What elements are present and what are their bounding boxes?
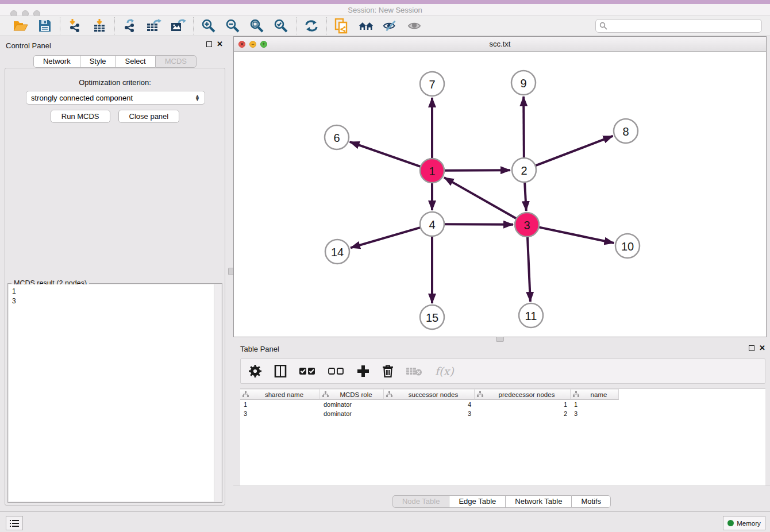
list-icon [10,519,19,527]
memory-button[interactable]: Memory [723,516,765,530]
column-header-successor-nodes[interactable]: successor nodes [384,389,475,400]
network-graph-canvas[interactable]: 7968124314101511 [234,52,766,337]
edge-4-3[interactable] [444,224,513,225]
cell-successor-nodes[interactable]: 3 [384,409,475,418]
first-neighbors-icon[interactable] [358,18,374,34]
tab-network[interactable]: Network [33,55,80,68]
hide-selected-icon[interactable] [382,18,398,34]
import-table-icon[interactable] [91,18,107,34]
status-bar: Memory [0,511,770,532]
clone-network-icon[interactable] [334,18,350,34]
function-builder-icon: f(x) [435,365,454,377]
memory-label: Memory [737,520,761,527]
tab-edge-table[interactable]: Edge Table [449,495,505,508]
export-image-icon[interactable] [170,18,186,34]
control-panel-tabbar: NetworkStyleSelectMCDS [0,55,230,68]
node-label-15: 15 [426,311,438,324]
cell-predecessor-nodes[interactable]: 1 [475,400,571,409]
main-toolbar [0,16,770,36]
network-window-title: scc.txt [234,37,766,52]
node-table-header[interactable]: shared nameMCDS rolesuccessor nodesprede… [240,389,765,400]
mcds-result-line: 1 [12,287,211,296]
select-all-icon[interactable] [299,367,315,375]
cell-predecessor-nodes[interactable]: 2 [475,409,571,418]
mcds-panel: Optimization criterion: strongly connect… [5,68,225,506]
search-area [595,19,762,33]
edge-2-3[interactable] [525,182,526,211]
save-session-icon[interactable] [37,18,53,34]
export-table-icon[interactable] [146,18,162,34]
tab-mcds[interactable]: MCDS [155,55,197,68]
table-panel-close-icon[interactable]: ✕ [759,345,765,351]
delete-column-icon[interactable] [382,365,394,377]
mcds-result-scrollbar[interactable] [214,284,221,502]
column-header-mcds-role[interactable]: MCDS role [320,389,384,400]
deselect-all-icon[interactable] [328,367,344,375]
cell-shared-name[interactable]: 3 [240,409,320,418]
apply-layout-icon[interactable] [303,18,319,34]
open-session-icon[interactable] [13,18,29,34]
network-window-titlebar[interactable]: ✕ − + scc.txt [234,37,766,52]
table-row[interactable]: 1dominator411 [240,400,765,409]
zoom-in-icon[interactable] [201,18,217,34]
run-mcds-button[interactable]: Run MCDS [51,110,110,123]
edge-1-6[interactable] [350,142,421,167]
edge-3-1[interactable] [444,178,517,219]
edge-2-8[interactable] [536,136,613,166]
table-row[interactable]: 3dominator323 [240,409,765,418]
table-panel-float-icon[interactable] [749,345,754,351]
edge-1-2[interactable] [444,170,510,171]
table-settings-icon[interactable] [249,365,261,377]
tab-node-table[interactable]: Node Table [392,495,449,508]
column-header-name[interactable]: name [571,389,619,400]
column-header-predecessor-nodes[interactable]: predecessor nodes [475,389,571,400]
horizontal-splitter-grip[interactable] [496,337,504,342]
control-panel-float-icon[interactable] [206,41,212,47]
add-column-icon[interactable] [357,365,369,377]
cell-mcds-role[interactable]: dominator [320,400,384,409]
tab-style[interactable]: Style [80,55,116,68]
node-table-rows[interactable]: 1dominator4113dominator323 [240,400,765,418]
node-label-14: 14 [331,246,344,259]
search-input[interactable] [595,19,762,33]
memory-status-icon [727,520,734,526]
show-all-icon[interactable] [406,18,422,34]
zoom-out-icon[interactable] [225,18,241,34]
optimization-criterion-value: strongly connected component [31,94,133,102]
optimization-criterion-label: Optimization criterion: [5,78,225,87]
task-history-button[interactable] [6,516,23,530]
app-titlebar: Session: New Session [0,4,770,16]
network-minimize-icon[interactable]: − [249,41,256,48]
node-label-2: 2 [521,164,527,177]
search-field[interactable] [610,22,758,30]
export-network-icon[interactable] [122,18,138,34]
column-chooser-icon[interactable] [274,365,287,377]
network-maximize-icon[interactable]: + [260,41,267,48]
node-table: shared nameMCDS rolesuccessor nodesprede… [240,388,765,485]
edge-3-11[interactable] [528,237,530,302]
zoom-selected-icon[interactable] [273,18,289,34]
optimization-criterion-select[interactable]: strongly connected component ▲▼ [26,91,205,105]
mcds-result-content[interactable]: 13 [9,284,214,502]
cell-mcds-role[interactable]: dominator [320,409,384,418]
tab-network-table[interactable]: Network Table [505,495,571,508]
tab-select[interactable]: Select [116,55,155,68]
zoom-fit-icon[interactable] [249,18,265,34]
cell-name[interactable]: 1 [571,400,619,409]
cell-name[interactable]: 3 [571,409,619,418]
edge-2-9[interactable] [523,97,524,158]
edge-3-10[interactable] [539,227,614,243]
search-icon [599,22,607,30]
control-panel-close-icon[interactable]: ✕ [217,41,223,47]
control-panel-title: Control Panel [6,41,51,50]
cell-successor-nodes[interactable]: 4 [384,400,475,409]
node-label-9: 9 [520,77,526,90]
cell-shared-name[interactable]: 1 [240,400,320,409]
network-close-icon[interactable]: ✕ [238,41,245,48]
close-panel-button[interactable]: Close panel [118,110,180,123]
edge-4-14[interactable] [351,228,421,248]
tab-motifs[interactable]: Motifs [571,495,611,508]
node-label-4: 4 [429,218,435,231]
column-header-shared-name[interactable]: shared name [240,389,320,400]
import-network-icon[interactable] [67,18,83,34]
